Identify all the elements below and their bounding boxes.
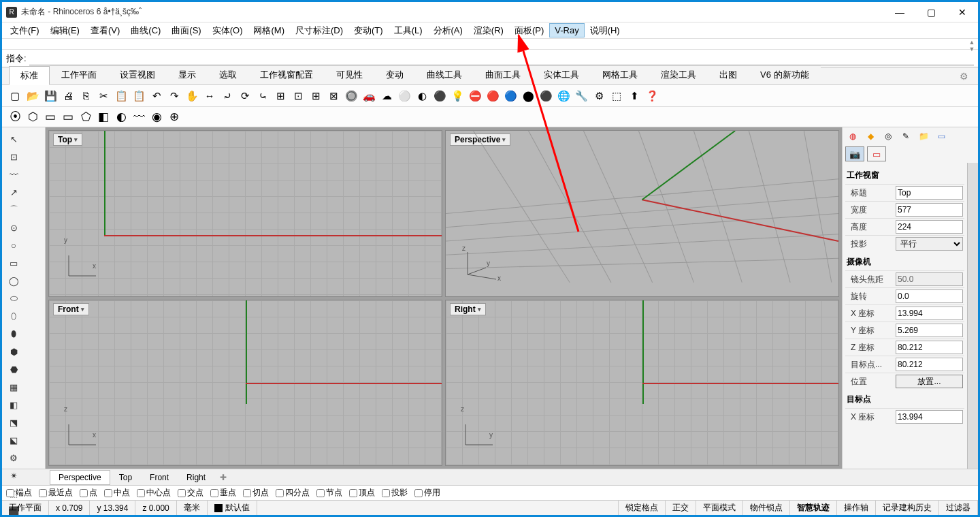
panel-tab-layers-icon[interactable]: ◆ <box>862 129 879 144</box>
toolbar-tab[interactable]: V6 的新功能 <box>749 65 821 84</box>
toolbar-button-icon[interactable]: ▢ <box>7 88 23 104</box>
osnap-option[interactable]: 切点 <box>243 487 269 499</box>
toolbar-button-icon[interactable]: ✂ <box>95 88 112 104</box>
left-tool-icon[interactable]: ⬔ <box>4 414 23 430</box>
menu-item[interactable]: 工具(L) <box>389 22 428 39</box>
status-toggle[interactable]: 智慧轨迹 <box>790 501 837 515</box>
maximize-button[interactable]: ▢ <box>915 2 947 22</box>
minimize-button[interactable]: — <box>884 2 915 22</box>
left-tool-icon[interactable]: ⊡ <box>4 148 23 165</box>
toolbar-tab[interactable]: 曲线工具 <box>415 65 474 84</box>
menu-item[interactable]: 曲面(S) <box>166 22 206 39</box>
panel-tab-folder-icon[interactable]: 📁 <box>915 129 932 144</box>
status-toggle[interactable]: 锁定格点 <box>619 501 666 515</box>
property-input[interactable] <box>896 358 963 371</box>
status-toggle[interactable]: 操作轴 <box>837 501 876 515</box>
status-unit[interactable]: 毫米 <box>177 501 208 515</box>
toolbar-button-icon[interactable]: 📂 <box>24 88 41 104</box>
viewport-tab[interactable]: Front <box>141 470 178 485</box>
toolbar-button-icon[interactable]: 💡 <box>449 88 466 104</box>
viewport-tab[interactable]: Right <box>178 470 214 485</box>
menu-item[interactable]: 网格(M) <box>248 22 290 39</box>
osnap-checkbox[interactable] <box>382 489 390 497</box>
osnap-checkbox[interactable] <box>276 489 284 497</box>
property-input[interactable] <box>896 289 963 303</box>
toolbar-button-icon[interactable]: ⚪ <box>396 88 412 104</box>
menu-item[interactable]: 文件(F) <box>5 22 45 39</box>
menu-item[interactable]: 变动(T) <box>348 22 389 39</box>
property-input[interactable] <box>896 220 963 234</box>
toolbar-button-icon[interactable]: ⊞ <box>308 88 324 104</box>
toolbar-button-icon[interactable]: ✋ <box>184 88 200 104</box>
toolbar-gear-icon[interactable]: ⚙ <box>957 68 971 84</box>
viewport-right[interactable]: Right yz <box>445 300 839 467</box>
toolbar2-button-icon[interactable]: ⊕ <box>166 109 182 125</box>
menu-item[interactable]: 面板(P) <box>509 22 549 39</box>
panel-tab-screen-icon[interactable]: ▭ <box>933 129 949 144</box>
menu-item[interactable]: V-Ray <box>549 23 584 37</box>
viewport-tab[interactable]: Top <box>110 470 141 485</box>
menu-item[interactable]: 编辑(E) <box>45 22 85 39</box>
toolbar2-button-icon[interactable]: ◉ <box>148 109 165 125</box>
toolbar-tab[interactable]: 实体工具 <box>532 65 591 84</box>
toolbar-button-icon[interactable]: ⊞ <box>272 88 289 104</box>
toolbar2-button-icon[interactable]: ▭ <box>42 109 59 125</box>
left-tool-icon[interactable]: ⌒ <box>4 202 23 218</box>
osnap-option[interactable]: 顶点 <box>349 487 375 499</box>
toolbar-button-icon[interactable]: 🔴 <box>485 88 501 104</box>
property-input[interactable] <box>896 341 963 354</box>
toolbar-button-icon[interactable]: ◐ <box>414 88 430 104</box>
left-tool-icon[interactable]: ⬯ <box>4 308 23 324</box>
viewport-title[interactable]: Front <box>53 303 89 315</box>
toolbar-tab[interactable]: 可见性 <box>325 65 374 84</box>
left-tool-icon[interactable]: ○ <box>4 237 23 253</box>
property-input[interactable] <box>896 410 963 424</box>
osnap-checkbox[interactable] <box>243 489 251 497</box>
toolbar-button-icon[interactable]: ⎘ <box>78 88 94 104</box>
osnap-option[interactable]: 中点 <box>104 487 130 499</box>
left-tool-icon[interactable]: ▦ <box>4 379 23 395</box>
status-toggle[interactable]: 过滤器 <box>939 501 978 515</box>
subtab-camera-icon[interactable]: 📷 <box>845 146 864 161</box>
left-tool-icon[interactable]: ◧ <box>4 396 23 413</box>
status-cplane[interactable]: 工作平面 <box>2 501 49 515</box>
left-tool-icon[interactable]: ✴ <box>4 467 23 484</box>
menu-item[interactable]: 查看(V) <box>85 22 125 39</box>
osnap-option[interactable]: 节点 <box>316 487 342 499</box>
toolbar-button-icon[interactable]: ⛔ <box>467 88 483 104</box>
left-tool-icon[interactable]: ⬮ <box>4 326 23 342</box>
viewport-title[interactable]: Top <box>53 134 82 146</box>
left-tool-icon[interactable]: ↗ <box>4 184 23 200</box>
status-toggle[interactable]: 记录建构历史 <box>876 501 939 515</box>
status-layer[interactable]: 默认值 <box>208 501 257 515</box>
osnap-checkbox[interactable] <box>80 489 88 497</box>
osnap-option[interactable]: 四分点 <box>276 487 310 499</box>
status-toggle[interactable]: 正交 <box>666 501 696 515</box>
left-tool-icon[interactable]: ⬕ <box>4 432 23 448</box>
left-tool-icon[interactable]: ⬭ <box>4 290 23 307</box>
viewport-title[interactable]: Perspective <box>450 134 510 146</box>
toolbar-button-icon[interactable]: 💾 <box>42 88 59 104</box>
left-tool-icon[interactable]: ↖ <box>4 131 23 147</box>
menu-item[interactable]: 说明(H) <box>585 22 625 39</box>
toolbar2-button-icon[interactable]: ⬡ <box>24 109 41 125</box>
status-toggle[interactable]: 物件锁点 <box>743 501 790 515</box>
toolbar-button-icon[interactable]: ⟳ <box>237 88 253 104</box>
left-tool-icon[interactable]: ⬣ <box>4 361 23 377</box>
toolbar-button-icon[interactable]: ↔ <box>201 88 218 104</box>
panel-tab-material-icon[interactable]: ✎ <box>898 129 914 144</box>
osnap-option[interactable]: 投影 <box>382 487 408 499</box>
property-input[interactable] <box>896 307 963 320</box>
menu-item[interactable]: 分析(A) <box>428 22 468 39</box>
toolbar-tab[interactable]: 出图 <box>708 65 749 84</box>
toolbar-tab[interactable]: 网格工具 <box>591 65 649 84</box>
toolbar-button-icon[interactable]: 🔧 <box>573 88 589 104</box>
osnap-option[interactable]: 最近点 <box>39 487 73 499</box>
toolbar-button-icon[interactable]: 🔘 <box>343 88 359 104</box>
command-input[interactable] <box>29 52 974 65</box>
osnap-checkbox[interactable] <box>6 489 14 497</box>
osnap-checkbox[interactable] <box>210 489 218 497</box>
osnap-option[interactable]: 垂点 <box>210 487 236 499</box>
menu-item[interactable]: 实体(O) <box>207 22 248 39</box>
left-tool-icon[interactable]: ◯ <box>4 272 23 289</box>
